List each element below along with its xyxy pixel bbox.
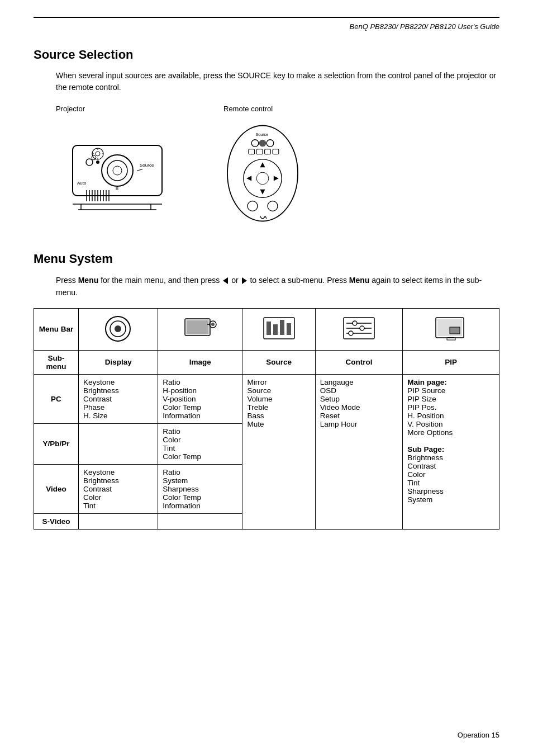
menu-system-section: Menu System Press Menu for the main menu… [34, 252, 499, 530]
svg-point-2 [107, 160, 127, 181]
header-title: BenQ PB8230/ PB8220/ PB8120 User's Guide [350, 22, 499, 31]
ypbpr-display [79, 423, 158, 464]
pc-source: MirrorSourceVolumeTrebleBassMute [242, 374, 315, 529]
projector-label: Projector [56, 105, 85, 113]
control-icon [341, 313, 377, 344]
svg-point-54 [211, 323, 215, 326]
svg-rect-36 [256, 149, 263, 154]
svideo-label: S-Video [34, 513, 79, 529]
header-pip: PIP [403, 350, 499, 374]
svideo-image [158, 513, 242, 529]
header-control: Control [315, 350, 402, 374]
menu-bar-label-cell: Menu Bar [34, 308, 79, 350]
svg-rect-57 [266, 322, 271, 335]
svg-point-63 [353, 321, 357, 325]
page-footer: Operation 15 [458, 731, 499, 739]
arrow-right-icon [242, 277, 247, 284]
source-icon [261, 313, 297, 344]
svg-point-1 [102, 155, 133, 186]
svg-point-34 [266, 140, 274, 147]
menu-bar-label: Menu Bar [39, 325, 74, 333]
source-icon-cell [242, 308, 315, 350]
icons-row: Menu Bar [34, 308, 499, 350]
header-submenu: Sub-menu [34, 350, 79, 374]
svg-point-32 [251, 140, 259, 147]
header-display: Display [79, 350, 158, 374]
svg-point-25 [96, 152, 100, 156]
diagrams-row: Projector Auto Source [56, 105, 499, 229]
source-selection-desc: When several input sources are available… [56, 70, 499, 93]
svg-line-47 [265, 216, 267, 219]
svg-point-3 [113, 166, 122, 175]
header-image: Image [158, 350, 242, 374]
svg-point-4 [86, 159, 93, 166]
image-icon [182, 313, 218, 344]
remote-label: Remote control [223, 105, 273, 113]
pip-icon [433, 313, 469, 344]
svg-rect-60 [287, 323, 291, 335]
footer-text: Operation 15 [458, 731, 499, 739]
svg-point-50 [115, 325, 121, 332]
source-selection-section: Source Selection When several input sour… [34, 48, 499, 229]
header-source: Source [242, 350, 315, 374]
page-header: BenQ PB8230/ PB8220/ PB8120 User's Guide [34, 17, 499, 31]
source-selection-title: Source Selection [34, 48, 499, 62]
svg-line-9 [137, 169, 142, 171]
table-header-row: Sub-menu Display Image Source Control PI… [34, 350, 499, 374]
svg-marker-44 [274, 176, 279, 181]
menu-table: Menu Bar [34, 308, 499, 530]
page: BenQ PB8230/ PB8220/ PB8120 User's Guide… [0, 0, 533, 756]
svg-point-46 [268, 201, 278, 211]
remote-diagram: Remote control Source [212, 105, 313, 229]
svg-point-45 [248, 201, 258, 211]
svg-rect-52 [187, 320, 208, 334]
svg-rect-59 [280, 320, 284, 335]
svg-marker-43 [246, 176, 251, 181]
table-row-pc: PC KeystoneBrightnessContrastPhaseH. Siz… [34, 374, 499, 423]
projector-image: Auto Source [56, 117, 179, 218]
pc-control: LangaugeOSDSetupVideo ModeResetLamp Hour [315, 374, 402, 529]
svg-marker-42 [260, 190, 265, 195]
video-label: Video [34, 464, 79, 513]
svg-text:Source: Source [140, 163, 154, 168]
svg-point-67 [349, 331, 353, 336]
control-icon-cell [315, 308, 402, 350]
pc-display: KeystoneBrightnessContrastPhaseH. Size [79, 374, 158, 423]
svg-rect-70 [450, 327, 460, 334]
svg-rect-38 [273, 149, 279, 154]
svg-text:Auto: Auto [77, 181, 87, 186]
display-icon-cell [79, 308, 158, 350]
pip-sub-page-label: Sub Page: [407, 445, 444, 453]
svg-point-33 [259, 140, 266, 147]
projector-diagram: Projector Auto Source [56, 105, 179, 218]
ypbpr-label: Y/Pb/Pr [34, 423, 79, 464]
image-icon-cell [158, 308, 242, 350]
svg-point-40 [256, 172, 269, 185]
svg-text:Source: Source [255, 132, 268, 137]
svg-marker-41 [260, 162, 265, 167]
svg-rect-58 [273, 324, 278, 335]
pip-icon-cell [403, 308, 499, 350]
svg-rect-35 [249, 149, 255, 154]
pip-main-page-label: Main page: [407, 378, 447, 386]
menu-system-title: Menu System [34, 252, 499, 266]
svideo-display [79, 513, 158, 529]
menu-bold-2: Menu [349, 276, 370, 285]
menu-system-desc: Press Menu for the main menu, and then p… [56, 274, 499, 299]
display-icon [100, 313, 136, 344]
svg-point-5 [96, 160, 99, 164]
pc-image: RatioH-positionV-positionColor TempInfor… [158, 374, 242, 423]
arrow-left-icon [223, 277, 228, 284]
ypbpr-image: RatioColorTintColor Temp [158, 423, 242, 464]
pc-pip: Main page: PIP SourcePIP SizePIP Pos.H. … [403, 374, 499, 529]
svg-text:8: 8 [116, 186, 118, 191]
svg-rect-37 [265, 149, 271, 154]
video-image: RatioSystemSharpnessColor TempInformatio… [158, 464, 242, 513]
pc-label: PC [34, 374, 79, 423]
svg-point-65 [360, 326, 364, 330]
remote-image: Source [212, 117, 313, 229]
menu-bold-1: Menu [78, 276, 99, 285]
video-display: KeystoneBrightnessContrastColorTint [79, 464, 158, 513]
